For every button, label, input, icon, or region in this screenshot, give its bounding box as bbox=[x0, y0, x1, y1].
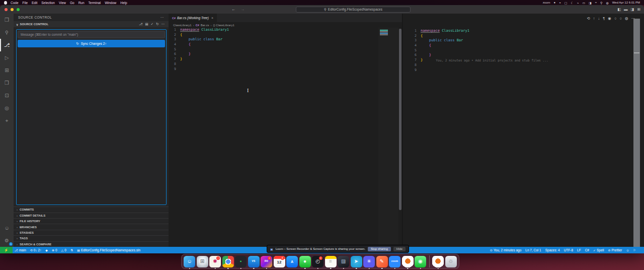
status-item[interactable]: ✓ Spell bbox=[593, 248, 604, 252]
menu-bar-status-icon[interactable]: ◒ bbox=[559, 1, 561, 4]
editor-action-icon[interactable]: ⟲ bbox=[587, 16, 590, 21]
scm-action-icon[interactable]: ⎇ bbox=[139, 22, 143, 26]
menu-bar-status-icon[interactable]: ● bbox=[554, 1, 556, 4]
breadcrumb[interactable]: ClassLibrary1 › C# Bar.cs › {} ClassLibr… bbox=[169, 22, 402, 28]
menu-item[interactable]: Window bbox=[105, 1, 116, 5]
remote-indicator[interactable]: ⚡ bbox=[0, 247, 13, 253]
status-item[interactable]: △ 0 bbox=[61, 248, 66, 252]
tab-bar-cs-working-tree[interactable]: C# Bar.cs (Working Tree) × bbox=[169, 14, 217, 22]
status-item[interactable]: ⊙ You, 2 minutes ago bbox=[490, 248, 521, 252]
editor-action-icon[interactable]: ↑ bbox=[593, 16, 595, 21]
settings-icon[interactable]: ⚙ 1 bbox=[0, 234, 14, 247]
calendar-icon[interactable]: 12 4 • bbox=[274, 256, 285, 267]
explorer-icon[interactable]: ❐ bbox=[0, 14, 14, 26]
more-actions-icon[interactable]: ⋯ bbox=[160, 16, 164, 20]
terminal-app-icon[interactable]: ▪ • bbox=[235, 256, 247, 267]
menu-bar-status-icon[interactable]: ▢ bbox=[565, 1, 568, 5]
forward-button[interactable]: → bbox=[240, 7, 245, 12]
breadcrumb-project[interactable]: ClassLibrary1 bbox=[173, 24, 192, 27]
vscode-icon[interactable]: VS • bbox=[248, 256, 260, 267]
close-tab-icon[interactable]: × bbox=[211, 16, 213, 20]
layout-toggle-icon[interactable]: ◧ bbox=[617, 7, 621, 12]
status-item[interactable]: C# bbox=[585, 248, 589, 252]
scm-action-icon[interactable]: ↻ bbox=[156, 22, 158, 26]
menu-item[interactable]: Go bbox=[70, 1, 74, 5]
menu-item[interactable]: Run bbox=[78, 1, 85, 5]
stop-sharing-button[interactable]: Stop sharing bbox=[368, 247, 391, 251]
launchpad-icon[interactable]: ⊞ bbox=[197, 256, 208, 267]
menu-item[interactable]: View bbox=[59, 1, 66, 5]
sidebar-section-row[interactable]: › COMMIT DETAILS bbox=[14, 213, 169, 218]
commit-message-input[interactable] bbox=[18, 31, 165, 38]
menu-bar-status-icon[interactable]: ⚲ bbox=[600, 1, 602, 5]
editor-action-icon[interactable]: ¶ bbox=[603, 16, 605, 21]
sidebar-section-row[interactable]: › COMMITS bbox=[14, 207, 169, 212]
editor-action-icon[interactable]: ○ bbox=[619, 16, 622, 21]
close-window-button[interactable] bbox=[5, 8, 8, 11]
scrollbar[interactable] bbox=[633, 19, 640, 247]
search-icon[interactable]: ⚲ bbox=[0, 26, 14, 39]
gitlens-icon[interactable]: ◎ bbox=[0, 102, 14, 114]
status-item[interactable]: Ln 7, Col 1 bbox=[525, 248, 541, 252]
menu-bar-status-icon[interactable]: zoom bbox=[543, 1, 550, 4]
menu-bar-status-icon[interactable]: ⌁ bbox=[577, 1, 579, 5]
source-control-icon[interactable]: ⎇ bbox=[0, 39, 14, 51]
code-editor-left[interactable]: 1 namespace ClassLibrary1 2 { 3 public c… bbox=[169, 28, 378, 247]
breadcrumb-file[interactable]: Bar.cs bbox=[201, 24, 209, 27]
docker-icon[interactable]: ⊡ bbox=[0, 89, 14, 102]
status-item[interactable]: ⎇ main bbox=[15, 248, 26, 252]
sidebar-section-row[interactable]: › TAGS bbox=[14, 235, 169, 241]
sidebar-section-row[interactable]: › BRANCHES bbox=[14, 224, 169, 229]
sync-changes-button[interactable]: ↻ Sync Changes 2↑ bbox=[18, 40, 165, 47]
menu-bar-status-icon[interactable]: ☾ bbox=[571, 1, 573, 5]
openvpn-icon[interactable]: • bbox=[432, 256, 444, 267]
keyhole-app-icon[interactable]: • bbox=[402, 256, 414, 267]
status-item[interactable]: ⊗ 0 bbox=[52, 248, 57, 252]
editor-action-icon[interactable]: ○ bbox=[614, 16, 617, 21]
notes-icon[interactable]: ≡ • bbox=[325, 256, 337, 267]
menu-bar-status-icon[interactable]: ▭ bbox=[582, 1, 585, 5]
slack-icon[interactable]: ✱ • • bbox=[209, 256, 221, 267]
breadcrumb-symbol[interactable]: {} ClassLibrary1 bbox=[213, 24, 234, 27]
finder-icon[interactable]: ☺ • bbox=[184, 256, 195, 267]
layout-toggle-icon[interactable]: ⊞ bbox=[637, 7, 640, 12]
command-center[interactable]: ⚲ EditorConfig.FileScopedNamespaces bbox=[296, 7, 411, 13]
rider-icon[interactable]: RD • • bbox=[261, 256, 272, 267]
loom-icon[interactable]: ✳ • bbox=[363, 256, 375, 267]
menu-bar-status-icon[interactable]: ≈ bbox=[595, 1, 597, 4]
gitlens-inspect-icon[interactable]: ⌖ bbox=[0, 114, 14, 127]
menu-bar-status-icon[interactable]: ◨ bbox=[589, 1, 592, 5]
menu-item[interactable]: Selection bbox=[41, 1, 55, 5]
menu-item[interactable]: Terminal bbox=[89, 1, 101, 5]
remote-explorer-icon[interactable]: ❒ bbox=[0, 77, 14, 89]
sidebar-section-row[interactable]: › FILE HISTORY bbox=[14, 218, 169, 224]
apple-logo-icon[interactable] bbox=[4, 1, 7, 5]
menu-bar-clock[interactable]: Wed Apr 12 6:01 PM bbox=[612, 1, 640, 4]
accounts-icon[interactable]: ☺ bbox=[0, 222, 14, 234]
status-item[interactable]: UTF-8 bbox=[564, 248, 573, 252]
facetime-icon[interactable]: ◉ • bbox=[415, 256, 426, 267]
back-button[interactable]: ← bbox=[231, 7, 235, 12]
menu-item[interactable]: Help bbox=[120, 1, 127, 5]
layout-toggle-icon[interactable]: ▬ bbox=[624, 7, 628, 12]
status-item[interactable]: Spaces: 4 bbox=[545, 248, 560, 252]
zoom-icon[interactable]: zoom • bbox=[389, 256, 400, 267]
status-item[interactable]: ☺ bbox=[626, 249, 629, 252]
media-app-icon[interactable]: ▨ • bbox=[338, 256, 349, 267]
scm-section-header[interactable]: ∨ SOURCE CONTROL ⎇▤✓↻⋯ bbox=[14, 21, 169, 27]
chrome-icon[interactable]: • bbox=[222, 256, 234, 267]
scrollbar[interactable] bbox=[399, 29, 401, 210]
scm-action-icon[interactable]: ✓ bbox=[151, 22, 153, 26]
run-debug-icon[interactable]: ▷ bbox=[0, 51, 14, 64]
minimize-window-button[interactable] bbox=[11, 8, 14, 11]
app-store-icon[interactable]: A bbox=[286, 256, 298, 267]
menu-item[interactable]: Code bbox=[11, 1, 19, 5]
messages-icon[interactable]: ● • bbox=[299, 256, 311, 267]
clock-app-icon[interactable]: ◴ 1 • bbox=[312, 256, 324, 267]
status-item[interactable]: ◆ bbox=[45, 248, 48, 252]
status-item[interactable]: ⚗ bbox=[70, 248, 73, 252]
menu-item[interactable]: Edit bbox=[32, 1, 37, 5]
editor-action-icon[interactable]: ◉ bbox=[608, 16, 611, 21]
telegram-icon[interactable]: ➤ • bbox=[351, 256, 362, 267]
minimap[interactable] bbox=[378, 28, 398, 247]
